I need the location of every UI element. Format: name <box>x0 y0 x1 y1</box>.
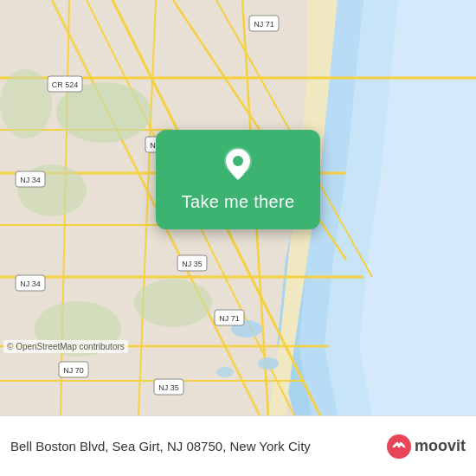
svg-text:NJ 34: NJ 34 <box>20 176 41 184</box>
svg-text:NJ 34: NJ 34 <box>20 280 41 288</box>
svg-text:NJ 70: NJ 70 <box>63 366 84 375</box>
svg-point-25 <box>0 69 52 138</box>
take-me-there-button[interactable]: Take me there <box>182 192 295 212</box>
svg-text:NJ 35: NJ 35 <box>158 383 179 392</box>
bottom-bar: Bell Boston Blvd, Sea Girt, NJ 08750, Ne… <box>0 415 476 476</box>
svg-text:CR 524: CR 524 <box>52 80 79 89</box>
svg-point-23 <box>134 279 212 327</box>
moovit-label: moovit <box>415 437 466 455</box>
osm-attribution: © OpenStreetMap contributors <box>3 340 128 353</box>
svg-text:NJ 71: NJ 71 <box>254 20 274 29</box>
svg-point-28 <box>216 367 234 377</box>
svg-text:NJ 35: NJ 35 <box>182 260 203 268</box>
location-text: Bell Boston Blvd, Sea Girt, NJ 08750, Ne… <box>10 439 387 453</box>
svg-text:NJ 71: NJ 71 <box>219 314 240 323</box>
map-container: NJ 71 NJ 35 NJ 35 CR 524 NJ 34 NJ 34 NJ … <box>0 0 476 415</box>
pin-icon <box>217 144 259 185</box>
moovit-logo: moovit <box>387 434 466 459</box>
svg-point-27 <box>258 357 279 370</box>
location-name: Bell Boston Blvd, Sea Girt, NJ 08750, Ne… <box>10 439 311 453</box>
svg-point-48 <box>233 156 243 166</box>
moovit-icon <box>387 434 411 459</box>
location-card: Take me there <box>156 130 320 229</box>
